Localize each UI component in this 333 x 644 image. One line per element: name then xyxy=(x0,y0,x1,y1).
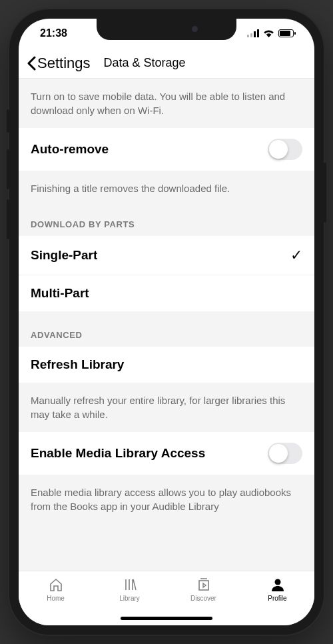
chevron-left-icon xyxy=(27,56,36,71)
download-parts-header: DOWNLOAD BY PARTS xyxy=(19,206,314,236)
tab-home[interactable]: Home xyxy=(19,577,93,625)
auto-remove-description: Finishing a title removes the downloaded… xyxy=(19,171,314,206)
media-library-access-label: Enable Media Library Access xyxy=(31,446,210,461)
home-indicator[interactable] xyxy=(121,617,212,620)
media-library-access-description: Enable media library access allows you t… xyxy=(19,475,314,529)
checkmark-icon: ✓ xyxy=(290,247,302,264)
svg-rect-3 xyxy=(257,29,259,37)
back-label: Settings xyxy=(37,55,91,72)
svg-rect-6 xyxy=(294,32,296,35)
navigation-bar: Settings Data & Storage xyxy=(19,48,314,79)
status-time: 21:38 xyxy=(40,27,67,39)
auto-remove-toggle[interactable] xyxy=(268,139,302,160)
battery-icon xyxy=(278,29,296,37)
auto-remove-row[interactable]: Auto-remove xyxy=(19,128,314,171)
advanced-header: ADVANCED xyxy=(19,311,314,347)
page-title: Data & Storage xyxy=(104,56,186,70)
wifi-only-description: Turn on to save mobile data. You will be… xyxy=(19,79,314,128)
multi-part-label: Multi-Part xyxy=(31,286,89,301)
discover-icon xyxy=(196,577,212,593)
svg-rect-1 xyxy=(250,33,252,37)
wifi-icon xyxy=(263,29,274,37)
tab-profile[interactable]: Profile xyxy=(240,577,314,625)
refresh-library-row[interactable]: Refresh Library xyxy=(19,347,314,383)
svg-rect-0 xyxy=(247,35,249,37)
refresh-library-label: Refresh Library xyxy=(31,357,124,372)
svg-point-13 xyxy=(274,579,280,585)
content-scroll[interactable]: Turn on to save mobile data. You will be… xyxy=(19,79,314,571)
svg-rect-12 xyxy=(199,581,208,590)
svg-rect-2 xyxy=(254,31,256,37)
tab-discover-label: Discover xyxy=(190,595,216,602)
media-library-access-row[interactable]: Enable Media Library Access xyxy=(19,432,314,475)
svg-line-10 xyxy=(133,579,136,590)
tab-library-label: Library xyxy=(119,595,140,602)
multi-part-row[interactable]: Multi-Part xyxy=(19,275,314,311)
tab-home-label: Home xyxy=(47,595,65,602)
home-icon xyxy=(48,577,64,593)
library-icon xyxy=(122,577,138,593)
back-button[interactable]: Settings xyxy=(27,55,91,72)
media-library-access-toggle[interactable] xyxy=(268,443,302,464)
refresh-library-description: Manually refresh your entire library, fo… xyxy=(19,383,314,432)
single-part-label: Single-Part xyxy=(31,248,97,263)
cellular-icon xyxy=(247,29,259,37)
tab-profile-label: Profile xyxy=(268,595,286,602)
single-part-row[interactable]: Single-Part ✓ xyxy=(19,236,314,275)
svg-rect-5 xyxy=(280,31,290,36)
auto-remove-label: Auto-remove xyxy=(31,142,109,157)
profile-icon xyxy=(270,577,286,593)
